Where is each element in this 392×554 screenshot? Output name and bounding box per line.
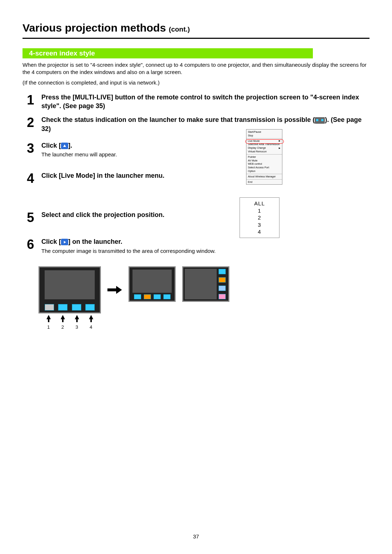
menu-item[interactable]: Option (248, 169, 281, 173)
thumbnail (219, 269, 226, 274)
page-title-row: Various projection methods (cont.) (23, 22, 369, 34)
thumbnail (144, 294, 151, 299)
up-arrow-icon (88, 314, 94, 322)
up-arrow-icon (74, 314, 80, 322)
position-option[interactable]: ALL (240, 200, 279, 207)
thumbnail (45, 304, 54, 311)
step-2: 2 Check the status indication on the lau… (23, 115, 369, 133)
page-title-cont: (cont.) (169, 25, 190, 33)
text-fragment: Click [ (41, 238, 61, 245)
menu-item[interactable]: Display Change▶ (248, 146, 281, 150)
thumbnail-bar (130, 294, 175, 300)
position-option[interactable]: 4 (240, 228, 279, 235)
position-selector: ALL 1 2 3 4 (240, 197, 279, 238)
diagram-col-1: 1 2 3 4 (38, 266, 101, 330)
step-instruction: Press the [MULTI-LIVE] button of the rem… (41, 93, 369, 111)
svg-marker-1 (64, 241, 66, 243)
menu-item[interactable]: Pointer (248, 155, 281, 159)
menu-item[interactable]: Selective Area Transmission (248, 143, 281, 146)
screen-small (182, 266, 229, 302)
thumbnail-bar (40, 303, 100, 312)
arrow-row (38, 314, 101, 322)
step-4: 4 Click [Live Mode] in the launcher menu… (23, 171, 369, 185)
screen-inner (185, 269, 217, 299)
step-instruction: Click [Live Mode] in the launcher menu. (41, 171, 369, 180)
step-instruction: Select and click the projection position… (41, 210, 369, 219)
step-subtext: The computer image is transmitted to the… (41, 248, 369, 254)
position-option[interactable]: 1 (240, 207, 279, 214)
thumbnail (219, 286, 226, 291)
menu-item[interactable]: Select Access Port (248, 166, 281, 169)
text-fragment: ] on the launcher. (68, 238, 122, 245)
step-3: 3 Click []. The launcher menu will appea… (23, 141, 369, 157)
menu-item[interactable]: About Wireless Manager (248, 175, 281, 178)
text-fragment: Click [ (41, 142, 61, 149)
menu-item[interactable]: Stop (248, 134, 281, 138)
page-title: Various projection methods (23, 22, 166, 34)
up-triangle-icon (61, 143, 68, 149)
text-fragment: ]. (68, 142, 72, 149)
thumbnail (134, 294, 141, 299)
step-instruction: Click []. (41, 141, 369, 150)
submenu-arrow-icon: ▶ (279, 147, 281, 149)
thumbnail (163, 294, 171, 299)
thumbnail (219, 294, 226, 299)
title-divider (23, 38, 369, 39)
step-5: 5 Select and click the projection positi… (23, 210, 369, 224)
diagram-label: 1 (47, 324, 50, 330)
manual-page: Various projection methods (cont.) 4-scr… (0, 0, 392, 554)
projection-diagram: 1 2 3 4 (38, 266, 369, 330)
diagram-label: 3 (75, 324, 78, 330)
thumbnail (72, 304, 81, 311)
step-number: 2 (23, 116, 38, 129)
position-option[interactable]: 3 (240, 221, 279, 229)
connection-status-icon (315, 117, 325, 124)
steps-list: 1 Press the [MULTI-LIVE] button of the r… (23, 93, 369, 254)
intro-paragraph-1: When the projector is set to "4-screen i… (23, 61, 369, 76)
menu-item[interactable]: Start/Pause (248, 130, 281, 134)
intro-paragraph-2: (If the connection is completed, and inp… (23, 79, 369, 86)
step-instruction: Check the status indication on the launc… (41, 115, 369, 133)
step-subtext: The launcher menu will appear. (41, 151, 369, 157)
thumbnail (58, 304, 68, 311)
page-number: 37 (0, 533, 392, 539)
diagram-label: 2 (61, 324, 64, 330)
menu-item[interactable]: End (248, 180, 281, 184)
menu-item[interactable]: AV Mute (248, 159, 281, 163)
diagram-label: 4 (90, 324, 92, 330)
step-number: 1 (23, 94, 38, 107)
label-row: 1 2 3 4 (38, 324, 101, 330)
transition-arrow (107, 266, 122, 313)
svg-marker-0 (63, 144, 66, 147)
play-icon (61, 239, 68, 245)
up-arrow-icon (60, 314, 66, 322)
text-fragment: Check the status indication on the launc… (41, 116, 315, 123)
step-number: 6 (23, 238, 38, 251)
menu-item[interactable]: Virtual Remocon (248, 150, 281, 153)
step-6: 6 Click [] on the launcher. The computer… (23, 237, 369, 254)
screen-inner (132, 270, 172, 293)
position-option[interactable]: 2 (240, 214, 279, 221)
submenu-arrow-icon: ▶ (279, 139, 281, 142)
thumbnail-side (219, 269, 227, 299)
screen-inner (45, 270, 95, 299)
thumbnail (85, 304, 95, 311)
step-1: 1 Press the [MULTI-LIVE] button of the r… (23, 93, 369, 111)
section-heading: 4-screen index style (23, 48, 313, 58)
screen-medium (128, 266, 176, 302)
thumbnail (219, 277, 226, 283)
step-number: 5 (23, 211, 38, 224)
menu-item-live-mode[interactable]: Live Mode▶ (248, 139, 281, 143)
thumbnail (154, 294, 161, 299)
step-instruction: Click [] on the launcher. (41, 237, 369, 246)
step-number: 3 (23, 142, 38, 155)
up-arrow-icon (46, 314, 52, 322)
screen-large (38, 266, 101, 313)
launcher-menu: Start/Pause Stop Live Mode▶ Selective Ar… (246, 129, 282, 185)
step-number: 4 (23, 172, 38, 185)
menu-item[interactable]: WEB control (248, 162, 281, 166)
